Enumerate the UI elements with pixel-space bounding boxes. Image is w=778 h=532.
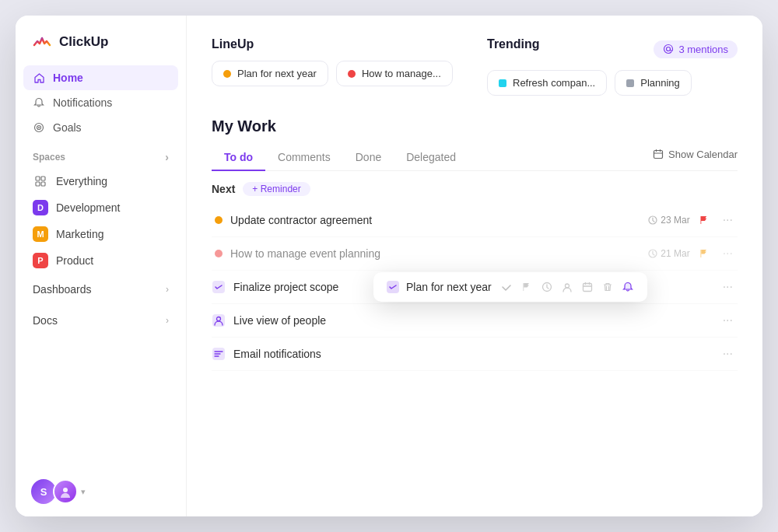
lineup-card-plan[interactable]: Plan for next year	[212, 61, 328, 86]
trending-header: Trending 3 mentions	[487, 37, 738, 61]
task-row: Live view of people ···	[212, 304, 738, 338]
grid-icon	[33, 173, 48, 189]
logo: ClickUp	[16, 16, 186, 65]
context-actions	[499, 280, 635, 294]
svg-rect-14	[700, 250, 701, 257]
task2-more[interactable]: ···	[718, 245, 738, 262]
task3-more[interactable]: ···	[718, 278, 738, 296]
space-everything[interactable]: Everything	[23, 168, 178, 194]
tab-comments[interactable]: Comments	[265, 145, 343, 171]
plan-label: Plan for next year	[237, 68, 317, 79]
clock-icon	[648, 215, 657, 225]
nav-goals-label: Goals	[53, 121, 82, 134]
reminder-badge[interactable]: + Reminder	[243, 182, 310, 196]
work-section-header: Next + Reminder	[212, 171, 738, 204]
docs-section[interactable]: Docs ›	[23, 308, 178, 333]
context-clock-icon[interactable]	[540, 280, 554, 294]
space-development-dot: D	[33, 200, 48, 215]
task-row: How to manage event planning 21 Mar ···	[212, 237, 738, 271]
trending-cards: Refresh compan... Planning	[487, 70, 738, 96]
task1-more[interactable]: ···	[718, 212, 738, 229]
space-product[interactable]: P Product	[23, 247, 178, 274]
trending-card-refresh[interactable]: Refresh compan...	[487, 70, 607, 96]
main-content: LineUp Plan for next year How to manage.…	[187, 16, 762, 516]
tabs: To do Comments Done Delegated Show Calen…	[212, 145, 738, 171]
space-development[interactable]: D Development	[23, 194, 178, 221]
tab-delegated[interactable]: Delegated	[394, 145, 468, 171]
svg-rect-21	[523, 283, 524, 291]
trending-section: Trending 3 mentions Refresh compan...	[487, 37, 738, 96]
svg-point-8	[667, 47, 671, 51]
trending-card-planning[interactable]: Planning	[615, 70, 692, 96]
spaces-section: Spaces ›	[16, 140, 186, 168]
task5-name: Email notifications	[233, 348, 710, 360]
task4-name: Live view of people	[233, 314, 710, 327]
context-check-icon[interactable]	[499, 280, 513, 294]
svg-marker-22	[524, 283, 529, 288]
task1-flag	[698, 214, 710, 226]
context-task-icon	[386, 280, 400, 294]
svg-point-24	[565, 284, 569, 288]
refresh-dot	[499, 79, 506, 87]
task-row: Email notifications ···	[212, 338, 738, 371]
section-next-label: Next	[212, 183, 235, 195]
nav-home-label: Home	[53, 72, 83, 84]
context-assign-icon[interactable]	[560, 280, 574, 294]
tab-done[interactable]: Done	[343, 145, 394, 171]
svg-rect-4	[41, 177, 45, 180]
dashboards-chevron-icon: ›	[166, 284, 169, 295]
lineup-card-howto[interactable]: How to manage...	[336, 61, 453, 86]
task4-icon	[212, 313, 226, 327]
task2-date: 21 Mar	[648, 248, 689, 259]
nav-goals[interactable]: Goals	[23, 115, 178, 140]
user-avatar-2	[53, 479, 78, 504]
my-work-title: My Work	[212, 117, 738, 135]
nav-notifications[interactable]: Notifications	[23, 90, 178, 115]
clickup-logo-icon	[31, 31, 53, 53]
svg-marker-15	[701, 250, 706, 254]
space-development-label: Development	[56, 201, 121, 214]
svg-rect-5	[36, 182, 40, 186]
space-marketing[interactable]: M Marketing	[23, 221, 178, 247]
mentions-count: 3 mentions	[678, 44, 728, 55]
svg-rect-6	[41, 182, 45, 186]
tab-todo[interactable]: To do	[212, 145, 265, 171]
task1-name: Update contractor agreement	[230, 214, 640, 226]
at-icon	[663, 44, 674, 54]
task4-more[interactable]: ···	[718, 312, 738, 329]
user-menu-chevron[interactable]: ▾	[81, 487, 86, 497]
planning-label: Planning	[640, 77, 680, 89]
docs-label: Docs	[33, 314, 58, 327]
lineup-section: LineUp Plan for next year How to manage.…	[212, 37, 462, 86]
context-calendar-icon[interactable]	[580, 280, 594, 294]
svg-marker-12	[701, 216, 706, 221]
context-flag-icon[interactable]	[520, 280, 534, 294]
spaces-chevron[interactable]: ›	[165, 151, 169, 163]
task5-more[interactable]: ···	[718, 345, 738, 362]
avatar-group[interactable]: S ▾	[31, 479, 86, 504]
space-product-dot: P	[33, 253, 48, 268]
svg-point-7	[63, 488, 68, 492]
svg-point-2	[38, 127, 40, 128]
task3-icon	[212, 280, 226, 294]
space-product-label: Product	[56, 254, 93, 267]
user-face-icon	[58, 484, 73, 499]
lineup-title: LineUp	[212, 37, 462, 51]
task2-flag	[698, 247, 710, 260]
show-calendar[interactable]: Show Calendar	[653, 149, 738, 166]
svg-rect-25	[583, 284, 591, 292]
mentions-badge[interactable]: 3 mentions	[654, 40, 738, 58]
nav-home[interactable]: Home	[23, 65, 178, 90]
dashboards-label: Dashboards	[33, 283, 92, 296]
howto-dot	[348, 70, 356, 78]
trending-title: Trending	[487, 37, 540, 51]
context-menu: Plan for next year	[373, 272, 647, 302]
goals-icon	[33, 121, 45, 134]
bell-icon	[33, 96, 45, 109]
task2-status	[215, 250, 223, 257]
context-delete-icon[interactable]	[601, 280, 615, 294]
planning-dot	[626, 79, 634, 87]
dashboards-section[interactable]: Dashboards ›	[23, 277, 178, 302]
context-bell-icon[interactable]	[621, 280, 635, 294]
task1-date: 23 Mar	[648, 215, 689, 226]
